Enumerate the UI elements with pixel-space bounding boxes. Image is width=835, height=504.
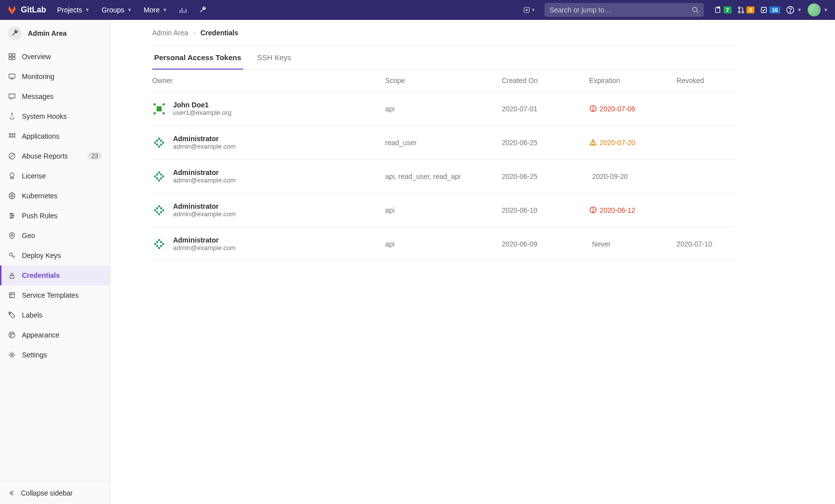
admin-wrench-icon[interactable]: [194, 6, 212, 14]
sidebar-nav: OverviewMonitoringMessagesSystem HooksAp…: [0, 47, 110, 481]
expiration-date: 2020-09-20: [592, 172, 628, 180]
help-dropdown[interactable]: ▼: [786, 6, 802, 14]
sidebar-item-label: Applications: [22, 132, 60, 140]
key-icon: [8, 252, 16, 259]
svg-rect-14: [9, 74, 15, 78]
svg-rect-64: [156, 177, 158, 179]
owner-name[interactable]: Administrator: [173, 168, 236, 176]
svg-rect-54: [156, 144, 158, 146]
expiration-date: 2020-07-20: [600, 139, 636, 147]
svg-rect-55: [160, 144, 162, 146]
svg-rect-42: [163, 103, 165, 105]
sidebar-item-push-rules[interactable]: Push Rules: [0, 206, 110, 226]
svg-point-35: [10, 334, 11, 335]
breadcrumb-root[interactable]: Admin Area: [152, 29, 188, 37]
svg-rect-80: [162, 243, 164, 245]
collapse-sidebar[interactable]: Collapse sidebar: [0, 481, 110, 504]
tab-ssh-keys[interactable]: SSH Keys: [255, 46, 293, 69]
context-header[interactable]: Admin Area: [0, 20, 110, 47]
settings-icon: [8, 351, 16, 359]
owner-email: user1@example.org: [173, 109, 231, 116]
expiration-cell: 2020-07-06: [589, 105, 677, 113]
collapse-label: Collapse sidebar: [21, 489, 73, 497]
svg-rect-11: [12, 54, 15, 56]
owner-email: admin@example.com: [173, 244, 236, 252]
svg-rect-81: [158, 247, 160, 249]
breadcrumb-separator-icon: ›: [193, 29, 195, 37]
nav-projects[interactable]: Projects▼: [52, 6, 95, 14]
svg-point-5: [739, 11, 741, 13]
svg-rect-3: [717, 7, 720, 8]
todos-link[interactable]: 16: [760, 6, 780, 13]
search-input[interactable]: [550, 6, 692, 14]
sidebar-item-applications[interactable]: Applications: [0, 126, 110, 146]
sidebar-item-messages[interactable]: Messages: [0, 86, 110, 106]
svg-rect-48: [158, 138, 160, 140]
svg-rect-79: [154, 243, 156, 245]
svg-rect-52: [156, 140, 158, 142]
revoked-cell: [676, 92, 735, 126]
sidebar-item-system-hooks[interactable]: System Hooks: [0, 106, 110, 126]
expiration-cell: 2020-06-12: [589, 206, 677, 214]
svg-point-76: [592, 211, 593, 212]
sidebar-item-deploy-keys[interactable]: Deploy Keys: [0, 246, 110, 265]
svg-rect-10: [9, 54, 11, 56]
search-icon: [692, 6, 699, 13]
svg-rect-69: [162, 209, 164, 211]
sidebar-item-kubernetes[interactable]: Kubernetes: [0, 186, 110, 206]
sidebar-item-credentials[interactable]: Credentials: [0, 265, 110, 285]
sidebar-item-geo[interactable]: Geo: [0, 226, 110, 246]
activity-chart-icon[interactable]: [174, 6, 192, 14]
appearance-icon: [8, 331, 16, 339]
svg-rect-43: [154, 112, 156, 114]
sidebar-item-appearance[interactable]: Appearance: [0, 325, 110, 345]
svg-point-56: [592, 144, 593, 145]
table-row: Administratoradmin@example.comapi2020-06…: [152, 193, 735, 227]
svg-rect-49: [154, 142, 156, 144]
new-dropdown[interactable]: ▼: [518, 6, 541, 13]
owner-name[interactable]: Administrator: [173, 135, 236, 143]
sidebar-item-monitoring[interactable]: Monitoring: [0, 67, 110, 86]
nav-groups-label: Groups: [101, 6, 124, 14]
hook-icon: [8, 112, 16, 120]
nav-groups[interactable]: Groups▼: [96, 6, 137, 14]
svg-rect-60: [162, 175, 164, 177]
svg-point-1: [692, 7, 697, 12]
topbar: GitLab Projects▼ Groups▼ More▼ ▼ 7 3: [0, 0, 835, 20]
table-row: John Doe1user1@example.orgapi2020-07-012…: [152, 92, 735, 126]
svg-point-18: [14, 134, 16, 135]
user-menu[interactable]: ▼: [808, 3, 828, 16]
abuse-icon: [8, 152, 16, 160]
svg-point-37: [10, 336, 11, 336]
owner-name[interactable]: John Doe1: [173, 101, 231, 109]
owner-name[interactable]: Administrator: [173, 202, 236, 210]
expiration-status-icon: [589, 206, 597, 214]
sidebar-item-label: Abuse Reports: [22, 152, 68, 160]
scope-cell: read_user: [385, 126, 502, 160]
svg-rect-82: [156, 241, 158, 243]
sidebar-item-abuse-reports[interactable]: Abuse Reports23: [0, 146, 110, 166]
sidebar-item-labels[interactable]: Labels: [0, 305, 110, 325]
sidebar-item-overview[interactable]: Overview: [0, 47, 110, 67]
svg-rect-53: [160, 140, 162, 142]
issues-link[interactable]: 7: [715, 6, 732, 13]
brand-logo[interactable]: GitLab: [7, 5, 46, 15]
license-icon: [8, 172, 16, 180]
svg-rect-61: [158, 179, 160, 181]
svg-rect-72: [160, 207, 162, 209]
merge-requests-link[interactable]: 3: [738, 6, 754, 13]
created-cell: 2020-06-25: [502, 126, 589, 160]
main-content: Admin Area › Credentials Personal Access…: [110, 20, 835, 504]
search-box[interactable]: [545, 3, 704, 17]
sidebar-item-license[interactable]: License: [0, 166, 110, 186]
svg-rect-70: [158, 213, 160, 215]
expiration-date: 2020-06-12: [600, 206, 636, 214]
owner-name[interactable]: Administrator: [173, 236, 236, 244]
nav-more[interactable]: More▼: [139, 6, 172, 14]
expiration-status-icon: [589, 139, 597, 146]
tab-personal-access-tokens[interactable]: Personal Access Tokens: [152, 46, 243, 70]
sidebar-item-service-templates[interactable]: Service Templates: [0, 285, 110, 305]
sidebar-item-label: Service Templates: [22, 291, 79, 299]
sidebar-item-settings[interactable]: Settings: [0, 345, 110, 365]
chevron-down-icon: ▼: [824, 7, 828, 12]
